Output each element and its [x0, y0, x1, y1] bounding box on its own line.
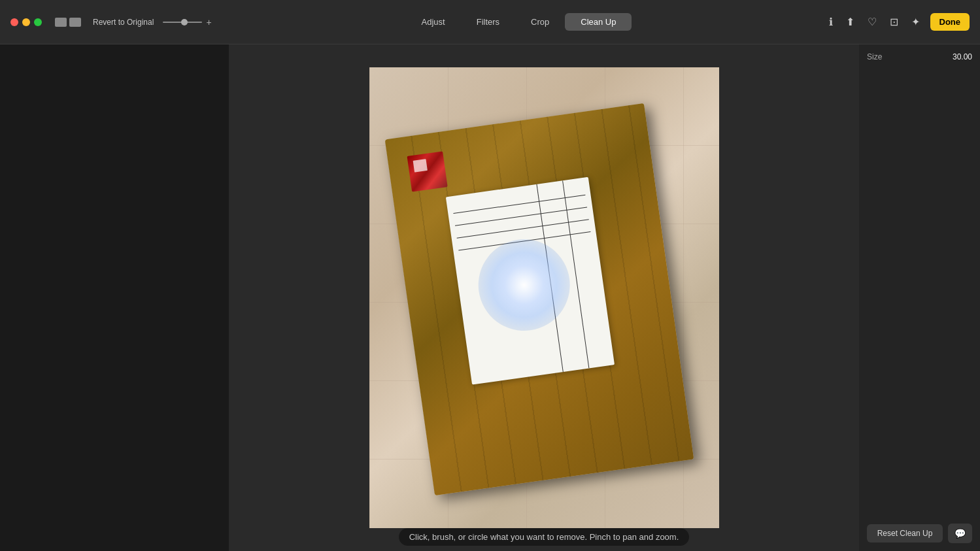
zoom-slider-container: +: [163, 17, 211, 27]
info-button[interactable]: ℹ: [826, 13, 836, 31]
magic-icon: ✦: [911, 16, 920, 27]
view-single-icon[interactable]: [55, 18, 67, 27]
titlebar: Revert to Original + Adjust Filters Crop…: [0, 0, 980, 44]
view-toggle: [55, 18, 81, 27]
feedback-button[interactable]: 💬: [948, 524, 972, 543]
close-button[interactable]: [10, 18, 18, 26]
reset-cleanup-button[interactable]: Reset Clean Up: [867, 524, 943, 543]
window-controls: [10, 18, 42, 26]
tab-filters[interactable]: Filters: [461, 13, 515, 31]
photo-container: [369, 67, 719, 528]
zoom-slider-thumb[interactable]: [181, 19, 188, 25]
left-panel: [0, 44, 229, 551]
favorite-button[interactable]: ♡: [865, 13, 879, 31]
nav-tabs: Adjust Filters Crop Clean Up: [212, 13, 826, 31]
stamp-detail: [413, 159, 427, 173]
done-button[interactable]: Done: [930, 13, 970, 31]
tab-cleanup[interactable]: Clean Up: [565, 13, 632, 31]
share-icon: ⬆: [846, 16, 854, 27]
package-box: [384, 103, 694, 495]
titlebar-left: Revert to Original +: [10, 17, 212, 27]
maximize-button[interactable]: [34, 18, 42, 26]
right-bottom-actions: Reset Clean Up 💬: [867, 524, 972, 543]
tab-adjust[interactable]: Adjust: [406, 13, 461, 31]
right-panel: Size 30.00 Reset Clean Up 💬: [859, 44, 980, 551]
view-grid-icon[interactable]: [69, 18, 81, 27]
size-label: Size: [867, 52, 882, 61]
share-button[interactable]: ⬆: [843, 13, 857, 31]
shipping-label: [445, 177, 614, 385]
photo-background: [369, 67, 719, 528]
size-row: Size 30.00: [867, 52, 972, 61]
titlebar-right: ℹ ⬆ ♡ ⊡ ✦ Done: [826, 13, 970, 31]
tab-crop[interactable]: Crop: [515, 13, 565, 31]
main-content: Click, brush, or circle what you want to…: [0, 44, 980, 551]
zoom-plus-button[interactable]: +: [206, 17, 211, 27]
image-area[interactable]: Click, brush, or circle what you want to…: [229, 44, 859, 551]
zoom-slider-track[interactable]: [163, 22, 202, 23]
heart-icon: ♡: [868, 16, 877, 27]
package-stamp: [407, 151, 447, 192]
magic-button[interactable]: ✦: [909, 13, 922, 31]
crop-icon-button[interactable]: ⊡: [887, 13, 901, 31]
info-icon: ℹ: [829, 16, 833, 27]
crop-icon: ⊡: [890, 16, 898, 27]
feedback-icon: 💬: [955, 528, 966, 539]
minimize-button[interactable]: [22, 18, 30, 26]
revert-button[interactable]: Revert to Original: [93, 18, 154, 27]
size-value: 30.00: [953, 52, 972, 61]
hint-bar: Click, brush, or circle what you want to…: [229, 522, 859, 551]
hint-text: Click, brush, or circle what you want to…: [399, 528, 690, 546]
